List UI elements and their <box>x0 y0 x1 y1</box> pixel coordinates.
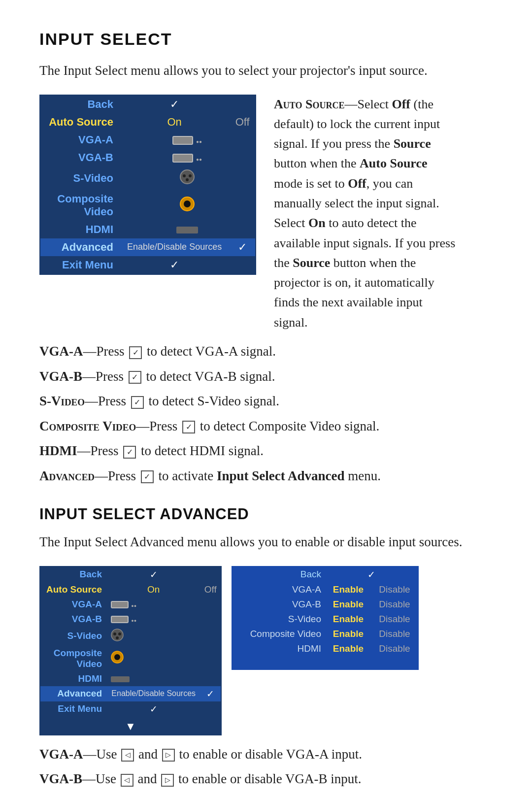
adv-menu-row-exit: Exit Menu ✓ <box>40 701 221 717</box>
adv-signal-svideo: S-Video—Use ◁ and ▷ to enable or disable… <box>39 794 493 798</box>
section2-title: Input Select Advanced <box>39 505 493 523</box>
section1-title: Input Select <box>39 30 493 49</box>
svg-point-3 <box>186 178 189 181</box>
adv-menu-row-vgab: VGA-B ●● <box>40 612 221 627</box>
advanced-signal-list: VGA-A—Use ◁ and ▷ to enable or disable V… <box>39 744 493 798</box>
svg-point-1 <box>183 174 186 177</box>
menu-row-back: Back ✓ <box>40 96 255 113</box>
section1-intro: The Input Select menu allows you to sele… <box>39 61 493 81</box>
advanced-submenu: Back ✓ VGA-A Enable Disable VGA-B Enable… <box>232 566 419 670</box>
arrow-down-icon: ▼ <box>125 720 136 733</box>
menu-row-autosource: Auto Source On Off <box>40 113 255 131</box>
auto-source-description: Auto Source—Select Off (the default) to … <box>274 95 456 333</box>
right-arrow-icon: ▷ <box>162 749 175 762</box>
adv-hdmi-icon <box>111 676 130 682</box>
adv-menu-row-composite: Composite Video <box>40 646 221 671</box>
check-icon-advanced: ✓ <box>141 470 154 483</box>
left-arrow-icon: ◁ <box>121 749 134 762</box>
arrow-down-indicator: ▼ <box>39 718 222 735</box>
submenu-row-empty <box>233 656 418 669</box>
adv-vga-icon <box>111 601 129 608</box>
adv-menu-row-hdmi: HDMI <box>40 671 221 686</box>
submenu-row-vgaa: VGA-A Enable Disable <box>233 582 418 597</box>
menu-row-advanced: Advanced Enable/Disable Sources ✓ <box>40 238 255 256</box>
menu-row-composite: Composite Video <box>40 190 255 221</box>
adv-composite-icon <box>111 651 124 664</box>
advanced-left-menu: Back ✓ Auto Source On Off VGA-A ●● <box>39 566 222 718</box>
submenu-row-hdmi: HDMI Enable Disable <box>233 641 418 656</box>
svg-point-8 <box>118 632 121 635</box>
right-arrow-icon-b: ▷ <box>161 774 174 787</box>
vga-b-icon <box>172 154 193 163</box>
input-select-menu: Back ✓ Auto Source On Off VGA-A ●● VGA-B <box>39 95 256 275</box>
left-menu-wrapper: Back ✓ Auto Source On Off VGA-A ●● <box>39 566 222 735</box>
check-icon-vgab: ✓ <box>129 371 141 384</box>
submenu-row-composite: Composite Video Enable Disable <box>233 627 418 641</box>
signal-hdmi: HDMI—Press ✓ to detect HDMI signal. <box>39 441 493 461</box>
hdmi-icon <box>176 227 198 233</box>
adv-signal-vgaa: VGA-A—Use ◁ and ▷ to enable or disable V… <box>39 744 493 765</box>
menu-row-svideo: S-Video <box>40 166 255 190</box>
adv-menu-row-autosource: Auto Source On Off <box>40 582 221 597</box>
signal-vgab: VGA-B—Press ✓ to detect VGA-B signal. <box>39 366 493 387</box>
vga-icon <box>172 136 193 145</box>
menu-row-vgaa: VGA-A ●● <box>40 131 255 149</box>
check-icon-composite: ✓ <box>182 421 195 433</box>
adv-menu-row-advanced: Advanced Enable/Disable Sources ✓ <box>40 686 221 701</box>
svg-point-9 <box>116 636 119 639</box>
section2-intro: The Input Select Advanced menu allows yo… <box>39 532 493 552</box>
left-arrow-icon-b: ◁ <box>121 774 133 787</box>
signal-list: VGA-A—Press ✓ to detect VGA-A signal. VG… <box>39 341 493 486</box>
check-icon-vgaa: ✓ <box>129 346 142 359</box>
menu-row-vgab: VGA-B ●● <box>40 149 255 166</box>
submenu-row-back: Back ✓ <box>233 567 418 582</box>
svg-point-5 <box>184 200 191 207</box>
svg-point-7 <box>113 632 116 635</box>
signal-svideo: S-Video—Press ✓ to detect S-Video signal… <box>39 391 493 411</box>
adv-menu-row-back: Back ✓ <box>40 567 221 582</box>
signal-vgaa: VGA-A—Press ✓ to detect VGA-A signal. <box>39 341 493 362</box>
signal-advanced: Advanced—Press ✓ to activate Input Selec… <box>39 466 493 486</box>
submenu-row-vgab: VGA-B Enable Disable <box>233 597 418 612</box>
advanced-menus-container: Back ✓ Auto Source On Off VGA-A ●● <box>39 566 493 735</box>
adv-menu-row-svideo: S-Video <box>40 627 221 646</box>
svg-point-0 <box>180 170 194 184</box>
menu-row-hdmi: HDMI <box>40 221 255 238</box>
section1-content: Back ✓ Auto Source On Off VGA-A ●● VGA-B <box>39 95 493 333</box>
svg-point-2 <box>189 174 192 177</box>
section1: Input Select The Input Select menu allow… <box>39 30 493 486</box>
svideo-icon <box>179 169 195 185</box>
check-icon-svideo: ✓ <box>131 396 144 409</box>
menu-row-exit: Exit Menu ✓ <box>40 256 255 274</box>
svg-point-11 <box>114 654 120 660</box>
section2: Input Select Advanced The Input Select A… <box>39 505 493 798</box>
adv-menu-row-vgaa: VGA-A ●● <box>40 597 221 612</box>
adv-svideo-icon <box>111 629 124 641</box>
adv-vgab-icon <box>111 616 129 623</box>
composite-icon <box>179 196 195 212</box>
submenu-row-svideo: S-Video Enable Disable <box>233 612 418 627</box>
check-icon-hdmi: ✓ <box>123 446 136 459</box>
adv-signal-vgab: VGA-B—Use ◁ and ▷ to enable or disable V… <box>39 769 493 789</box>
signal-composite: Composite Video—Press ✓ to detect Compos… <box>39 416 493 436</box>
